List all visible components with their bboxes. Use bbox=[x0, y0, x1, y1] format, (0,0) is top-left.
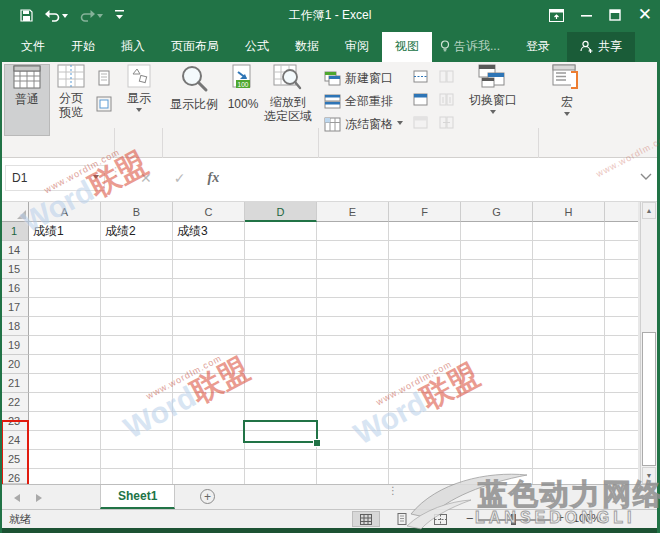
formula-bar-row: D1 ⋮ ✕ ✓ fx bbox=[0, 158, 660, 202]
page-layout-view-button[interactable] bbox=[94, 68, 114, 88]
page-break-preview-icon bbox=[57, 64, 85, 88]
row-header-18[interactable]: 18 bbox=[0, 317, 29, 336]
tab-file[interactable]: 文件 bbox=[8, 32, 58, 62]
column-header-c[interactable]: C bbox=[173, 202, 245, 222]
tab-view[interactable]: 视图 bbox=[382, 32, 432, 62]
freeze-panes-icon bbox=[324, 117, 341, 132]
column-header-e[interactable]: E bbox=[317, 202, 389, 222]
arrange-all-button[interactable]: 全部重排 bbox=[324, 90, 393, 112]
split-button[interactable] bbox=[410, 66, 430, 86]
macros-button[interactable]: 宏 bbox=[546, 64, 588, 134]
active-cell-selection[interactable] bbox=[243, 420, 318, 443]
scroll-down-icon[interactable]: ▼ bbox=[642, 467, 656, 484]
cell-b1[interactable]: 成绩2 bbox=[101, 222, 176, 241]
select-all-button[interactable] bbox=[0, 202, 29, 222]
tab-insert[interactable]: 插入 bbox=[108, 32, 158, 62]
custom-views-button[interactable] bbox=[94, 94, 114, 114]
cancel-formula-icon[interactable]: ✕ bbox=[140, 170, 152, 186]
zoom-out-icon[interactable]: − bbox=[466, 511, 474, 526]
sheet-cells[interactable]: 成绩1 成绩2 成绩3 bbox=[29, 222, 638, 484]
status-page-break-button[interactable] bbox=[426, 511, 454, 527]
status-bar: 就绪 − + 100% bbox=[0, 509, 660, 528]
title-bar: 工作簿1 - Excel ✕ bbox=[0, 0, 660, 30]
tab-data[interactable]: 数据 bbox=[282, 32, 332, 62]
tab-bar-splitter[interactable]: ⋮ bbox=[388, 488, 398, 494]
sheet-tab-sheet1[interactable]: Sheet1 bbox=[100, 485, 175, 509]
column-headers: A B C D E F G H bbox=[29, 202, 638, 222]
page-break-preview-button[interactable]: 分页预览 bbox=[50, 64, 92, 134]
window-bottom-edge bbox=[0, 528, 660, 533]
status-page-layout-button[interactable] bbox=[388, 511, 416, 527]
arrange-all-icon bbox=[324, 94, 341, 109]
row-header-20[interactable]: 20 bbox=[0, 355, 29, 374]
zoom-100-button[interactable]: 100 100% bbox=[224, 64, 262, 134]
expand-formula-bar-icon[interactable] bbox=[640, 172, 652, 180]
show-dropdown-icon[interactable] bbox=[136, 108, 142, 115]
row-header-22[interactable]: 22 bbox=[0, 393, 29, 412]
new-sheet-icon[interactable]: + bbox=[200, 489, 215, 504]
cell-a1[interactable]: 成绩1 bbox=[29, 222, 104, 241]
column-header-a[interactable]: A bbox=[29, 202, 101, 222]
row-header-21[interactable]: 21 bbox=[0, 374, 29, 393]
ribbon-display-options-icon[interactable] bbox=[549, 9, 564, 22]
tab-page-layout[interactable]: 页面布局 bbox=[158, 32, 232, 62]
zoom-slider-thumb[interactable] bbox=[511, 514, 516, 525]
new-window-button[interactable]: 新建窗口 bbox=[324, 67, 393, 89]
cell-c1[interactable]: 成绩3 bbox=[173, 222, 248, 241]
share-button[interactable]: 共享 bbox=[567, 32, 635, 62]
column-header-f[interactable]: F bbox=[389, 202, 461, 222]
sheet-nav-right-icon[interactable] bbox=[36, 494, 42, 502]
vertical-scrollbar-thumb[interactable] bbox=[642, 332, 656, 466]
switch-windows-dropdown-icon[interactable] bbox=[490, 110, 496, 117]
zoom-in-icon[interactable]: + bbox=[557, 511, 564, 525]
tab-review[interactable]: 审阅 bbox=[332, 32, 382, 62]
normal-view-button[interactable]: 普通 bbox=[4, 64, 50, 136]
name-box-dropdown-icon[interactable] bbox=[93, 175, 99, 182]
tab-formulas[interactable]: 公式 bbox=[232, 32, 282, 62]
column-header-g[interactable]: G bbox=[461, 202, 533, 222]
sheet-tab-bar: Sheet1 + ⋮ bbox=[0, 484, 660, 509]
row-header-1[interactable]: 1 bbox=[0, 222, 29, 241]
zoom-to-selection-icon bbox=[273, 64, 303, 92]
row-header-17[interactable]: 17 bbox=[0, 298, 29, 317]
tab-home[interactable]: 开始 bbox=[58, 32, 108, 62]
formula-input[interactable] bbox=[246, 165, 634, 191]
row-header-19[interactable]: 19 bbox=[0, 336, 29, 355]
window-left-edge bbox=[0, 30, 2, 533]
close-icon[interactable]: ✕ bbox=[638, 0, 652, 30]
row-header-14[interactable]: 14 bbox=[0, 241, 29, 260]
column-header-b[interactable]: B bbox=[101, 202, 173, 222]
switch-windows-button[interactable]: 切换窗口 bbox=[462, 64, 524, 134]
maximize-icon[interactable] bbox=[609, 9, 621, 21]
freeze-panes-button[interactable]: 冻结窗格 bbox=[324, 113, 403, 135]
fill-handle[interactable] bbox=[313, 439, 321, 447]
column-header-d[interactable]: D bbox=[245, 202, 317, 222]
synchronous-scrolling-button bbox=[436, 89, 456, 109]
normal-view-icon bbox=[13, 65, 41, 89]
hide-button[interactable] bbox=[410, 89, 430, 109]
zoom-button[interactable]: 显示比例 bbox=[166, 64, 222, 134]
column-header-partial[interactable] bbox=[605, 202, 638, 222]
macros-dropdown-icon[interactable] bbox=[564, 112, 570, 119]
sheet-nav-left-icon[interactable] bbox=[14, 494, 20, 502]
tab-tell-me[interactable]: 告诉我... bbox=[432, 32, 513, 62]
tab-sign-in[interactable]: 登录 bbox=[513, 32, 563, 62]
show-button[interactable]: 显示 bbox=[119, 64, 159, 134]
scroll-up-icon[interactable]: ▲ bbox=[642, 202, 656, 219]
insert-function-icon[interactable]: fx bbox=[207, 170, 219, 186]
name-box[interactable]: D1 bbox=[5, 165, 105, 191]
enter-formula-icon[interactable]: ✓ bbox=[174, 170, 186, 186]
zoom-to-selection-button[interactable]: 缩放到选定区域 bbox=[263, 64, 313, 134]
vertical-scrollbar[interactable]: ▲ ▼ bbox=[640, 202, 657, 484]
view-side-by-side-button bbox=[436, 66, 456, 86]
minimize-icon[interactable] bbox=[581, 10, 592, 21]
zoom-percentage[interactable]: 100% bbox=[573, 512, 601, 524]
row-header-16[interactable]: 16 bbox=[0, 279, 29, 298]
freeze-panes-dropdown-icon[interactable] bbox=[397, 121, 403, 128]
formula-bar-splitter[interactable]: ⋮ bbox=[110, 168, 121, 175]
zoom-100-icon: 100 bbox=[230, 64, 256, 94]
column-header-h[interactable]: H bbox=[533, 202, 605, 222]
status-normal-view-button[interactable] bbox=[352, 511, 380, 527]
row-header-15[interactable]: 15 bbox=[0, 260, 29, 279]
show-icon bbox=[127, 64, 151, 88]
